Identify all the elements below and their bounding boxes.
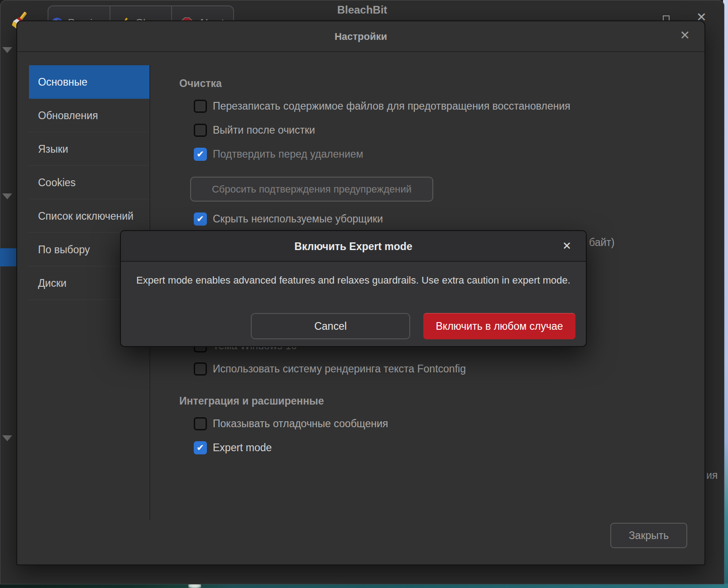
checkbox-debug-messages[interactable] [194, 417, 207, 430]
settings-close-button[interactable]: Закрыть [610, 523, 687, 548]
section-cleaning-heading: Очистка [179, 77, 222, 90]
checkbox-label: Использовать систему рендеринга текста F… [213, 363, 466, 375]
row-fontconfig: Использовать систему рендеринга текста F… [194, 362, 466, 376]
obscured-main-window-text: ия [706, 469, 718, 482]
row-debug-messages: Показывать отладочные сообщения [194, 417, 388, 430]
tree-expander-icon[interactable] [2, 193, 12, 199]
settings-close-icon[interactable]: ✕ [677, 29, 693, 42]
tree-expander-icon[interactable] [2, 435, 12, 441]
modal-header: Включить Expert mode ✕ [121, 231, 586, 262]
row-exit-after: Выйти после очистки [194, 123, 315, 137]
checkbox-label: Скрыть неиспользуемые уборщики [213, 213, 383, 225]
checkbox-label: Подтвердить перед удалением [213, 148, 363, 160]
enable-anyway-button[interactable]: Включить в любом случае [423, 313, 575, 339]
modal-close-icon[interactable]: ✕ [560, 240, 574, 252]
sidebar-item-whitelist[interactable]: Список исключений [29, 199, 149, 233]
checkbox-expert-mode[interactable]: ✔ [194, 441, 207, 454]
sidebar-item-updates[interactable]: Обновления [29, 99, 149, 132]
checkbox-exit-after[interactable] [194, 124, 207, 137]
expert-mode-modal: Включить Expert mode ✕ Expert mode enabl… [120, 230, 587, 347]
settings-dialog-header: Настройки ✕ [17, 21, 704, 52]
checkbox-label: Expert mode [213, 442, 272, 454]
cancel-button[interactable]: Cancel [251, 313, 410, 339]
check-icon: ✔ [196, 443, 204, 452]
reset-warnings-button[interactable]: Сбросить подтверждения предупреждений [190, 177, 433, 202]
settings-dialog-title: Настройки [17, 21, 704, 52]
modal-message: Expert mode enables advanced features an… [121, 275, 586, 286]
checkbox-label: Перезаписать содержимое файлов для предо… [213, 100, 570, 112]
check-icon: ✔ [196, 214, 204, 223]
modal-title: Включить Expert mode [121, 231, 586, 262]
row-hide-cleaners: ✔ Скрыть неиспользуемые уборщики [194, 212, 383, 226]
checkbox-label: Выйти после очистки [213, 124, 315, 136]
checkbox-hide-cleaners[interactable]: ✔ [194, 212, 207, 226]
checkbox-fontconfig[interactable] [194, 362, 207, 376]
tree-selected-row[interactable] [0, 248, 16, 266]
section-integration-heading: Интеграция и расширенные [179, 395, 324, 407]
row-confirm-delete: ✔ Подтвердить перед удалением [194, 147, 363, 161]
sidebar-item-general[interactable]: Основные [29, 65, 149, 99]
tree-expander-icon[interactable] [2, 47, 12, 53]
obscured-setting-text: байт) [589, 236, 614, 249]
checkbox-overwrite[interactable] [194, 100, 207, 113]
check-icon: ✔ [196, 149, 204, 159]
row-expert-mode: ✔ Expert mode [194, 441, 272, 454]
checkbox-confirm-delete[interactable]: ✔ [194, 148, 207, 161]
sidebar-item-languages[interactable]: Языки [29, 132, 149, 166]
sidebar-item-cookies[interactable]: Cookies [29, 166, 149, 199]
row-overwrite: Перезаписать содержимое файлов для предо… [194, 99, 570, 113]
checkbox-label: Показывать отладочные сообщения [213, 418, 388, 430]
